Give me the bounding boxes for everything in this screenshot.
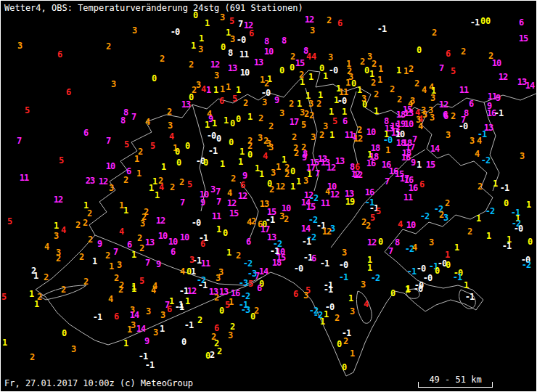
station-value: 18 xyxy=(272,258,281,267)
station-value: 1 xyxy=(396,66,401,75)
station-value: -0 xyxy=(171,28,179,36)
station-value: 1 xyxy=(161,163,165,171)
station-value: 1 xyxy=(454,243,459,252)
station-value: 3 xyxy=(189,256,194,264)
station-value: 4 xyxy=(364,300,368,309)
station-value: 7 xyxy=(388,247,393,256)
station-value: -0 xyxy=(339,261,348,269)
station-value: 3 xyxy=(430,94,435,102)
station-value: 1 xyxy=(155,191,159,200)
station-value: 0 xyxy=(221,43,225,52)
station-value: 7 xyxy=(180,198,184,207)
station-value: 6 xyxy=(127,240,131,249)
station-value: 12 xyxy=(351,170,360,179)
station-value: 6 xyxy=(114,312,118,321)
station-value: 2 xyxy=(87,209,91,218)
station-value: 8 xyxy=(120,116,125,125)
station-value: -1 xyxy=(198,281,207,290)
station-value: 1 xyxy=(486,232,491,240)
station-value: 7 xyxy=(145,258,149,267)
station-value: 2 xyxy=(284,215,288,224)
station-value: 7 xyxy=(385,177,389,186)
status-datetime: Fr, 27.01.2017 10:00z (c) MeteoGroup xyxy=(4,378,193,388)
station-value: 1 xyxy=(205,19,209,28)
station-value: 11 xyxy=(403,193,412,202)
station-value: 11 xyxy=(201,259,210,268)
station-value: 4 xyxy=(306,52,311,61)
station-value: 4 xyxy=(422,86,426,94)
station-value: 4 xyxy=(145,118,149,126)
station-value: 2 xyxy=(268,122,273,131)
station-value: 9 xyxy=(97,240,102,248)
station-value: 1 xyxy=(226,248,231,257)
station-value: 6 xyxy=(311,254,316,263)
station-value: 15 xyxy=(229,209,238,218)
station-value: 3 xyxy=(230,35,234,44)
station-value: 5 xyxy=(59,156,63,165)
station-value: -1 xyxy=(302,237,311,246)
station-value: -2 xyxy=(481,156,490,165)
station-value: 1 xyxy=(350,349,354,358)
station-value: 1 xyxy=(212,119,216,128)
station-value: 3 xyxy=(196,81,200,89)
station-value: 13 xyxy=(219,287,228,296)
station-value: 1 xyxy=(385,146,390,155)
station-value: -0 xyxy=(383,136,392,144)
station-value: 10 xyxy=(366,128,375,136)
station-value: 1 xyxy=(300,78,304,86)
station-value: 3 xyxy=(470,136,474,145)
station-value: 4 xyxy=(475,150,479,158)
station-value: -1 xyxy=(407,267,416,276)
weather-map-window: 3623-0203650135712613-011308881011131213… xyxy=(0,0,537,392)
station-value: 6 xyxy=(219,97,224,105)
station-value: 9 xyxy=(144,337,149,346)
station-value: 1 xyxy=(238,158,242,166)
station-value: 12 xyxy=(227,199,236,208)
station-value: 1 xyxy=(374,107,378,115)
station-value: -1 xyxy=(502,242,511,250)
station-value: 12 xyxy=(330,190,339,199)
station-value: 5 xyxy=(422,110,427,119)
station-value: -1 xyxy=(465,293,474,301)
station-value: 5 xyxy=(301,121,306,129)
station-value: 2 xyxy=(397,95,401,104)
station-value: 3 xyxy=(342,248,346,257)
station-value: 1 xyxy=(226,83,230,91)
station-value: 12 xyxy=(499,73,507,81)
station-value: 0 xyxy=(62,329,66,338)
station-value: 9 xyxy=(156,260,160,269)
station-value: 1 xyxy=(191,267,195,276)
station-value: 0 xyxy=(230,119,234,128)
station-value: 6 xyxy=(469,99,473,108)
station-value: 1 xyxy=(224,116,228,125)
station-value: 3 xyxy=(310,26,314,35)
station-value: 4 xyxy=(151,286,155,295)
station-value: 4 xyxy=(180,267,184,276)
station-value: -1 xyxy=(377,25,386,33)
station-value: 1 xyxy=(352,132,356,141)
station-value: 6 xyxy=(443,112,448,121)
station-value: 13 xyxy=(335,157,344,166)
station-value: 2 xyxy=(231,174,235,183)
station-value: 2 xyxy=(167,107,171,116)
station-value: 6 xyxy=(337,19,342,28)
station-value: 2 xyxy=(217,347,221,356)
station-value: 3 xyxy=(443,213,448,222)
station-value: -2 xyxy=(485,207,494,216)
scale-bar: 49 - 51 km xyxy=(418,382,493,388)
station-value: 5 xyxy=(232,94,237,103)
station-value: 1 xyxy=(345,78,350,87)
station-value: 11 xyxy=(20,173,28,182)
station-value: 3 xyxy=(140,219,144,228)
station-value: 7 xyxy=(113,248,118,256)
station-value: 2 xyxy=(79,253,83,261)
station-value: 4 xyxy=(418,122,422,131)
station-value: 6 xyxy=(446,49,450,58)
station-value: 5 xyxy=(370,213,374,222)
station-value: 15 xyxy=(295,59,304,68)
station-value: 10 xyxy=(264,47,273,56)
station-value: 0 xyxy=(337,340,341,348)
station-value: 2 xyxy=(372,60,376,68)
station-value: 2 xyxy=(327,16,331,25)
station-value: 11 xyxy=(239,50,248,59)
